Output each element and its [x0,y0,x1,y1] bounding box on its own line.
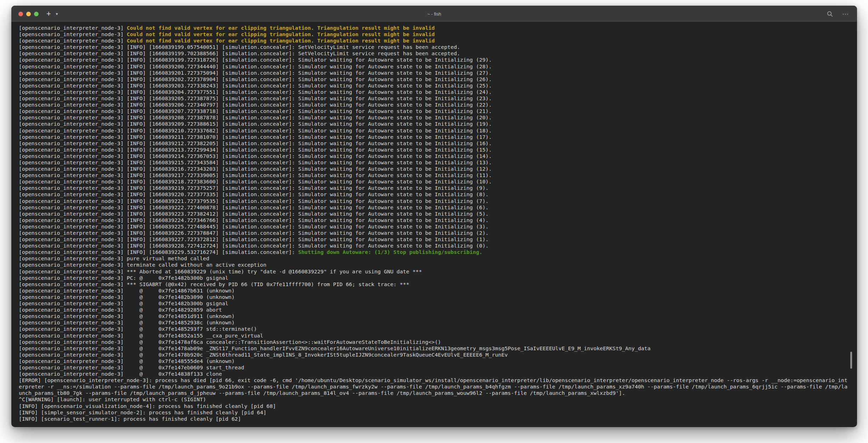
log-line: [openscenario_interpreter_node-3] [INFO]… [19,249,855,255]
log-line: [openscenario_interpreter_node-3] [INFO]… [19,89,855,95]
log-line: [openscenario_interpreter_node-3] [INFO]… [19,223,855,230]
log-line: [openscenario_interpreter_node-3] [INFO]… [19,217,855,223]
log-line: [ERROR] [openscenario_interpreter_node-3… [19,377,855,384]
log-line: [openscenario_interpreter_node-3] [INFO]… [19,147,855,153]
log-line: [openscenario_interpreter_node-3] [INFO]… [19,127,855,134]
title-bar: + ▾ ~ - fish ⋯ [11,6,857,22]
log-line: [openscenario_interpreter_node-3] PC: @ … [19,275,855,281]
traffic-lights [18,12,39,16]
log-line: [openscenario_interpreter_node-3] @ 0x7f… [19,358,855,364]
zoom-button[interactable] [34,12,39,16]
log-line: [openscenario_interpreter_node-3] @ 0x7f… [19,333,855,339]
log-line: [openscenario_interpreter_node-3] Could … [19,38,855,44]
log-line: [openscenario_interpreter_node-3] [INFO]… [19,178,855,185]
log-line: [openscenario_interpreter_node-3] @ 0x7f… [19,345,855,352]
log-line: [openscenario_interpreter_node-3] [INFO]… [19,102,855,108]
log-line: [openscenario_interpreter_node-3] [INFO]… [19,230,855,236]
log-line: [openscenario_interpreter_node-3] @ 0x7f… [19,294,855,300]
log-line: [openscenario_interpreter_node-3] @ 0x7f… [19,364,855,371]
log-line: [openscenario_interpreter_node-3] @ 0x7f… [19,307,855,313]
log-line: [openscenario_interpreter_node-3] Could … [19,25,855,31]
log-line: unch_params_tb80_7gk --params-file /tmp/… [19,390,855,396]
log-line: [openscenario_interpreter_node-3] [INFO]… [19,108,855,114]
log-line: [openscenario_interpreter_node-3] @ 0x7f… [19,339,855,345]
log-line: [openscenario_interpreter_node-3] [INFO]… [19,243,855,249]
log-line: [openscenario_interpreter_node-3] [INFO]… [19,236,855,243]
log-line: [openscenario_interpreter_node-3] @ 0x7f… [19,300,855,307]
log-line: [openscenario_interpreter_node-3] termin… [19,262,855,268]
log-line: [openscenario_interpreter_node-3] [INFO]… [19,57,855,63]
log-line: [openscenario_interpreter_node-3] @ 0x7f… [19,313,855,319]
tab-dropdown-button[interactable]: ▾ [56,12,58,16]
log-line: [openscenario_interpreter_node-3] @ 0x7f… [19,288,855,294]
log-line: [openscenario_interpreter_node-3] @ 0x7f… [19,319,855,326]
log-line: [openscenario_interpreter_node-3] *** SI… [19,281,855,288]
log-line: [INFO] [simple_sensor_simulator_node-2]:… [19,409,855,416]
log-line: [openscenario_interpreter_node-3] [INFO]… [19,44,855,50]
log-line: [INFO] [scenario_test_runner-1]: process… [19,416,855,422]
log-line: [openscenario_interpreter_node-3] [INFO]… [19,159,855,166]
log-line: [openscenario_interpreter_node-3] [INFO]… [19,70,855,76]
window-title: ~ - fish [11,11,857,17]
log-line: [openscenario_interpreter_node-3] [INFO]… [19,191,855,198]
log-line: [openscenario_interpreter_node-3] [INFO]… [19,63,855,70]
log-line: [openscenario_interpreter_node-3] [INFO]… [19,83,855,89]
log-line: [openscenario_interpreter_node-3] @ 0x7f… [19,326,855,332]
log-line: [openscenario_interpreter_node-3] @ 0x7f… [19,352,855,358]
log-line: ^C[WARNING] [launch]: user interrupted w… [19,396,855,403]
scrollbar-thumb[interactable] [850,352,852,369]
close-button[interactable] [18,12,23,16]
terminal-window: + ▾ ~ - fish ⋯ [openscenario_interpreter… [11,6,857,427]
log-line: [openscenario_interpreter_node-3] [INFO]… [19,166,855,172]
new-tab-button[interactable]: + [46,10,51,18]
log-line: [openscenario_interpreter_node-3] [INFO]… [19,198,855,204]
log-line: [openscenario_interpreter_node-3] [INFO]… [19,204,855,211]
more-options-icon[interactable]: ⋯ [842,11,849,17]
log-line: [openscenario_interpreter_node-3] [INFO]… [19,211,855,217]
terminal-output: [openscenario_interpreter_node-3] Could … [11,22,857,427]
log-line: [INFO] [openscenario_visualization_node-… [19,403,855,409]
log-line: [openscenario_interpreter_node-3] [INFO]… [19,153,855,159]
log-line: [openscenario_interpreter_node-3] [INFO]… [19,95,855,102]
log-line: erpreter -r __ns:=/simulation --params-f… [19,384,855,390]
log-line: [openscenario_interpreter_node-3] [INFO]… [19,121,855,127]
log-line: [openscenario_interpreter_node-3] [INFO]… [19,76,855,83]
log-line: [openscenario_interpreter_node-3] [INFO]… [19,50,855,57]
log-line: [openscenario_interpreter_node-3] [INFO]… [19,140,855,147]
log-line: [openscenario_interpreter_node-3] [INFO]… [19,114,855,121]
minimize-button[interactable] [26,12,31,16]
log-line: [openscenario_interpreter_node-3] [INFO]… [19,172,855,178]
log-line: [openscenario_interpreter_node-3] Could … [19,31,855,38]
log-line: [openscenario_interpreter_node-3] @ 0x7f… [19,371,855,377]
log-line: [openscenario_interpreter_node-3] [INFO]… [19,185,855,191]
search-icon[interactable] [827,11,833,17]
log-line: [openscenario_interpreter_node-3] [INFO]… [19,134,855,140]
log-line: [openscenario_interpreter_node-3] *** Ab… [19,268,855,275]
log-line: [openscenario_interpreter_node-3] pure v… [19,255,855,262]
